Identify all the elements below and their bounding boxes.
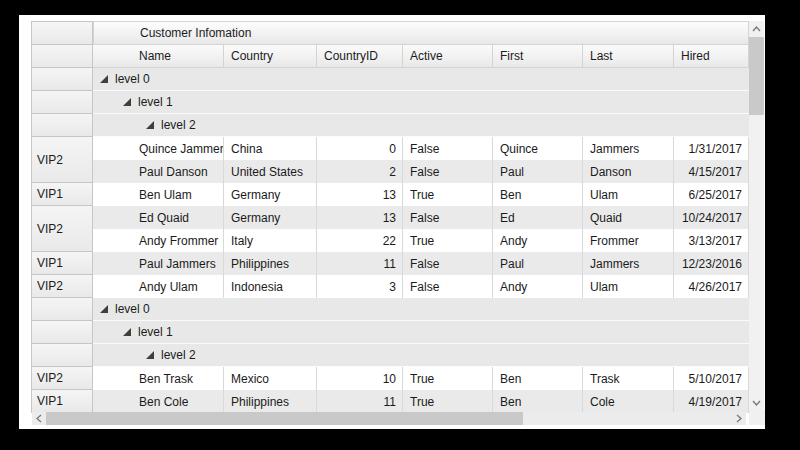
row-header-vip1[interactable]: VIP1 <box>31 390 93 413</box>
cell-active[interactable]: False <box>403 252 493 275</box>
cell-active[interactable]: False <box>403 206 493 229</box>
cell-hired[interactable]: 5/10/2017 <box>674 367 749 390</box>
cell-last[interactable]: Ulam <box>583 183 674 206</box>
group-row-level-2[interactable]: level 2 <box>93 114 749 137</box>
cell-country[interactable]: Germany <box>224 206 317 229</box>
cell-active[interactable]: True <box>403 183 493 206</box>
scroll-right-button[interactable] <box>732 412 746 425</box>
group-label: level 0 <box>115 72 150 86</box>
cell-hired[interactable]: 1/31/2017 <box>674 137 749 160</box>
cell-country[interactable]: Indonesia <box>224 275 317 298</box>
column-header-first[interactable]: First <box>493 45 583 68</box>
cell-first[interactable]: Ben <box>493 367 583 390</box>
scroll-up-button[interactable] <box>749 21 764 36</box>
cell-name[interactable]: Paul Jammers <box>93 252 224 275</box>
cell-name[interactable]: Quince Jammers <box>93 137 224 160</box>
group-row-level-0[interactable]: level 0 <box>93 68 749 91</box>
vertical-scrollbar-thumb[interactable] <box>749 37 764 115</box>
cell-name[interactable]: Ben Ulam <box>93 183 224 206</box>
group-expander-icon[interactable] <box>146 351 154 359</box>
cell-last[interactable]: Jammers <box>583 252 674 275</box>
cell-country[interactable]: Philippines <box>224 390 317 413</box>
cell-last[interactable]: Quaid <box>583 206 674 229</box>
cell-name[interactable]: Paul Danson <box>93 160 224 183</box>
cell-hired[interactable]: 10/24/2017 <box>674 206 749 229</box>
group-expander-icon[interactable] <box>123 98 131 106</box>
cell-active[interactable]: False <box>403 160 493 183</box>
cell-name[interactable]: Andy Ulam <box>93 275 224 298</box>
cell-hired[interactable]: 4/15/2017 <box>674 160 749 183</box>
cell-last[interactable]: Ulam <box>583 275 674 298</box>
row-header-vip1[interactable]: VIP1 <box>31 252 93 275</box>
group-expander-icon[interactable] <box>100 75 108 83</box>
row-header-vip2[interactable]: VIP2 <box>31 275 93 298</box>
cell-country_id[interactable]: 3 <box>317 275 403 298</box>
cell-hired[interactable]: 3/13/2017 <box>674 229 749 252</box>
cell-country[interactable]: China <box>224 137 317 160</box>
cell-last[interactable]: Trask <box>583 367 674 390</box>
cell-first[interactable]: Andy <box>493 229 583 252</box>
cell-hired[interactable]: 6/25/2017 <box>674 183 749 206</box>
cell-country_id[interactable]: 11 <box>317 252 403 275</box>
cell-country[interactable]: Germany <box>224 183 317 206</box>
cell-hired[interactable]: 4/26/2017 <box>674 275 749 298</box>
cell-last[interactable]: Danson <box>583 160 674 183</box>
column-header-name[interactable]: Name <box>93 45 224 68</box>
cell-first[interactable]: Ben <box>493 183 583 206</box>
row-header-vip2[interactable]: VIP2 <box>31 206 93 252</box>
cell-active[interactable]: True <box>403 390 493 413</box>
column-header-last[interactable]: Last <box>583 45 674 68</box>
cell-hired[interactable]: 12/23/2016 <box>674 252 749 275</box>
row-header-vip1[interactable]: VIP1 <box>31 183 93 206</box>
group-row-level-1[interactable]: level 1 <box>93 91 749 114</box>
scroll-down-button[interactable] <box>749 395 764 410</box>
cell-country_id[interactable]: 0 <box>317 137 403 160</box>
group-expander-icon[interactable] <box>100 305 108 313</box>
cell-country_id[interactable]: 11 <box>317 390 403 413</box>
group-expander-icon[interactable] <box>146 121 154 129</box>
cell-active[interactable]: True <box>403 367 493 390</box>
cell-first[interactable]: Ben <box>493 390 583 413</box>
row-header-vip2[interactable]: VIP2 <box>31 367 93 390</box>
cell-first[interactable]: Paul <box>493 160 583 183</box>
row-header-vip2[interactable]: VIP2 <box>31 137 93 183</box>
cell-hired[interactable]: 4/19/2017 <box>674 390 749 413</box>
cell-country_id[interactable]: 13 <box>317 183 403 206</box>
cell-last[interactable]: Frommer <box>583 229 674 252</box>
cell-active[interactable]: False <box>403 275 493 298</box>
group-expander-icon[interactable] <box>123 328 131 336</box>
cell-active[interactable]: True <box>403 229 493 252</box>
cell-country[interactable]: Philippines <box>224 252 317 275</box>
cell-country_id[interactable]: 2 <box>317 160 403 183</box>
group-row-level-1[interactable]: level 1 <box>93 321 749 344</box>
cell-country[interactable]: Italy <box>224 229 317 252</box>
cell-first[interactable]: Ed <box>493 206 583 229</box>
vertical-scrollbar[interactable] <box>749 21 764 410</box>
cell-country[interactable]: Mexico <box>224 367 317 390</box>
cell-name[interactable]: Ben Cole <box>93 390 224 413</box>
column-header-countryid[interactable]: CountryID <box>317 45 403 68</box>
column-header-hired[interactable]: Hired <box>674 45 749 68</box>
cell-first[interactable]: Paul <box>493 252 583 275</box>
cell-first[interactable]: Andy <box>493 275 583 298</box>
cell-active[interactable]: False <box>403 137 493 160</box>
cell-name[interactable]: Ed Quaid <box>93 206 224 229</box>
data-row: Ben ColePhilippines11TrueBenCole4/19/201… <box>93 390 749 413</box>
cell-name[interactable]: Andy Frommer <box>93 229 224 252</box>
cell-last[interactable]: Cole <box>583 390 674 413</box>
cell-name[interactable]: Ben Trask <box>93 367 224 390</box>
group-row-level-0[interactable]: level 0 <box>93 298 749 321</box>
rows-area: level 0level 1level 2Quince JammersChina… <box>93 68 749 413</box>
cell-country[interactable]: United States <box>224 160 317 183</box>
cell-country_id[interactable]: 10 <box>317 367 403 390</box>
cell-last[interactable]: Jammers <box>583 137 674 160</box>
scroll-left-button[interactable] <box>32 412 46 425</box>
group-row-level-2[interactable]: level 2 <box>93 344 749 367</box>
cell-first[interactable]: Quince <box>493 137 583 160</box>
cell-country_id[interactable]: 13 <box>317 206 403 229</box>
column-header-country[interactable]: Country <box>224 45 317 68</box>
cell-country_id[interactable]: 22 <box>317 229 403 252</box>
horizontal-scrollbar[interactable] <box>32 412 746 425</box>
column-header-active[interactable]: Active <box>403 45 493 68</box>
horizontal-scrollbar-thumb[interactable] <box>46 412 523 425</box>
